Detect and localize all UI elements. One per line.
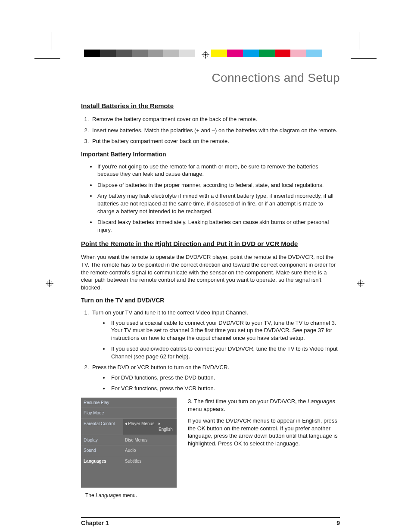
list-item: Put the battery compartment cover back o… (90, 137, 340, 145)
languages-menu-figure: Resume Play Play Mode Parental Control P… (81, 398, 177, 499)
menu-item-play-mode: Play Mode (81, 408, 123, 418)
list-item: Any battery may leak electrolyte if mixe… (97, 192, 340, 215)
submenu-audio: Audio (123, 445, 157, 456)
submenu-subtitles: Subtitles (123, 456, 157, 467)
step3-column: 3. The first time you turn on your DVD/V… (188, 398, 340, 499)
crop-marks-top (0, 0, 411, 58)
body-paragraph: When you want the remote to operate the … (81, 253, 340, 291)
registration-mark-icon (202, 51, 209, 60)
page-title: Connections and Setup (81, 71, 340, 85)
list-item: Remove the battery compartment cover on … (90, 115, 340, 123)
install-batteries-steps: Remove the battery compartment cover on … (81, 115, 340, 145)
body-paragraph: If you want the DVD/VCR menus to appear … (188, 417, 340, 447)
list-item: If you used audio/video cables to connec… (109, 345, 340, 360)
subheading-turn-on: Turn on the TV and DVD/VCR (81, 296, 340, 305)
page-header: Connections and Setup (81, 71, 340, 86)
step-text: Press the DVD or VCR button to turn on t… (92, 364, 229, 370)
step-text: Turn on your TV and tune it to the corre… (92, 309, 248, 316)
arrow-right-icon (159, 423, 160, 425)
printer-color-bar (84, 50, 338, 57)
section-title-point-remote: Point the Remote in the Right Direction … (81, 240, 340, 248)
menu-item-languages: Languages (81, 456, 123, 467)
menu-item-parental-control: Parental Control (81, 418, 123, 435)
section-title-install-batteries: Install Batteries in the Remote (81, 102, 340, 110)
menu-item-display: Display (81, 435, 123, 445)
menu-item-sound: Sound (81, 445, 123, 456)
arrow-left-icon (125, 423, 127, 425)
list-item: If you used a coaxial cable to connect y… (109, 319, 340, 342)
nested-list: For DVD functions, press the DVD button.… (92, 374, 340, 392)
list-item: Insert new batteries. Match the polariti… (90, 127, 340, 134)
subheading-battery-info: Important Battery Information (81, 150, 340, 159)
registration-mark-icon (46, 280, 53, 289)
list-item: If you're not going to use the remote fo… (97, 163, 340, 178)
turn-on-steps: Turn on your TV and tune it to the corre… (81, 309, 340, 392)
page-number: 9 (336, 520, 340, 526)
list-item: Turn on your TV and tune it to the corre… (90, 309, 340, 360)
registration-mark-icon (357, 280, 364, 289)
list-item: For DVD functions, press the DVD button. (109, 374, 340, 382)
list-item: 3. The first time you turn on your DVD/V… (188, 398, 340, 413)
page-content: Install Batteries in the Remote Remove t… (81, 102, 340, 499)
submenu-disc-menus: Disc Menus (123, 435, 157, 445)
submenu-player-menus: Player Menus (123, 418, 157, 435)
list-item: Press the DVD or VCR button to turn on t… (90, 364, 340, 392)
chapter-label: Chapter 1 (81, 520, 109, 526)
page-footer: Chapter 1 9 (81, 517, 340, 526)
nested-list: If you used a coaxial cable to connect y… (92, 319, 340, 361)
list-item: Discard leaky batteries immediately. Lea… (97, 218, 340, 233)
list-item: For VCR functions, press the VCR button. (109, 385, 340, 392)
menu-item-resume-play: Resume Play (81, 398, 123, 408)
submenu-value-english: English (157, 418, 177, 435)
figure-caption: The Languages menu. (85, 492, 177, 499)
languages-menu-screenshot: Resume Play Play Mode Parental Control P… (81, 398, 177, 488)
list-item: Dispose of batteries in the proper manne… (97, 181, 340, 189)
battery-info-list: If you're not going to use the remote fo… (81, 163, 340, 233)
